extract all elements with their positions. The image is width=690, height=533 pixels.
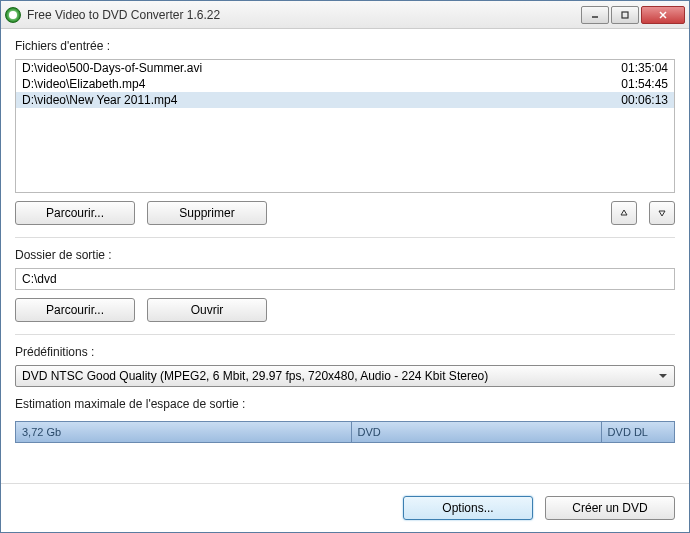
space-size-segment: 3,72 Gb bbox=[16, 422, 352, 442]
space-estimate-label: Estimation maximale de l'espace de sorti… bbox=[15, 397, 675, 411]
input-files-list[interactable]: D:\video\500-Days-of-Summer.avi01:35:04D… bbox=[15, 59, 675, 193]
file-row[interactable]: D:\video\New Year 2011.mp400:06:13 bbox=[16, 92, 674, 108]
app-window: Free Video to DVD Converter 1.6.22 Fichi… bbox=[0, 0, 690, 533]
output-path-field[interactable]: C:\dvd bbox=[15, 268, 675, 290]
window-title: Free Video to DVD Converter 1.6.22 bbox=[27, 8, 581, 22]
move-up-button[interactable] bbox=[611, 201, 637, 225]
space-bar: 3,72 Gb DVD DVD DL bbox=[15, 421, 675, 443]
file-duration: 01:35:04 bbox=[588, 61, 668, 75]
divider bbox=[15, 237, 675, 238]
browse-output-button[interactable]: Parcourir... bbox=[15, 298, 135, 322]
file-path: D:\video\New Year 2011.mp4 bbox=[22, 93, 588, 107]
space-dvd-segment: DVD bbox=[352, 422, 602, 442]
titlebar: Free Video to DVD Converter 1.6.22 bbox=[1, 1, 689, 29]
space-dvddl-segment: DVD DL bbox=[602, 422, 674, 442]
presets-label: Prédéfinitions : bbox=[15, 345, 675, 359]
open-output-button[interactable]: Ouvrir bbox=[147, 298, 267, 322]
move-down-button[interactable] bbox=[649, 201, 675, 225]
file-duration: 01:54:45 bbox=[588, 77, 668, 91]
file-row[interactable]: D:\video\Elizabeth.mp401:54:45 bbox=[16, 76, 674, 92]
footer: Options... Créer un DVD bbox=[1, 483, 689, 532]
maximize-button[interactable] bbox=[611, 6, 639, 24]
options-button[interactable]: Options... bbox=[403, 496, 533, 520]
file-row[interactable]: D:\video\500-Days-of-Summer.avi01:35:04 bbox=[16, 60, 674, 76]
svg-rect-1 bbox=[622, 12, 628, 18]
file-duration: 00:06:13 bbox=[588, 93, 668, 107]
preset-dropdown[interactable]: DVD NTSC Good Quality (MPEG2, 6 Mbit, 29… bbox=[15, 365, 675, 387]
file-path: D:\video\500-Days-of-Summer.avi bbox=[22, 61, 588, 75]
divider bbox=[15, 334, 675, 335]
content: Fichiers d'entrée : D:\video\500-Days-of… bbox=[1, 29, 689, 483]
remove-button[interactable]: Supprimer bbox=[147, 201, 267, 225]
app-icon bbox=[5, 7, 21, 23]
close-button[interactable] bbox=[641, 6, 685, 24]
input-files-label: Fichiers d'entrée : bbox=[15, 39, 675, 53]
file-path: D:\video\Elizabeth.mp4 bbox=[22, 77, 588, 91]
window-controls bbox=[581, 6, 685, 24]
minimize-button[interactable] bbox=[581, 6, 609, 24]
create-dvd-button[interactable]: Créer un DVD bbox=[545, 496, 675, 520]
output-folder-label: Dossier de sortie : bbox=[15, 248, 675, 262]
browse-input-button[interactable]: Parcourir... bbox=[15, 201, 135, 225]
